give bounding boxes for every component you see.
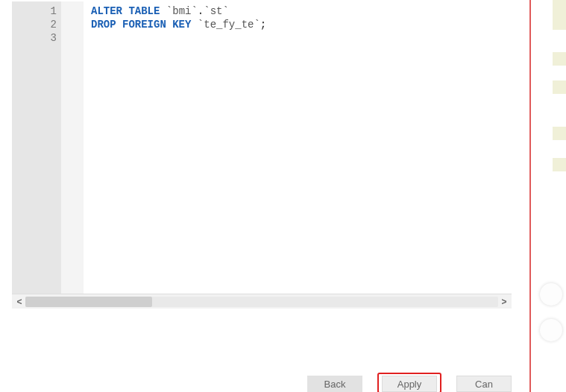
scroll-track[interactable] [25, 297, 498, 307]
editor-body: 123 ALTER TABLE `bmi`.`st`DROP FOREIGN K… [12, 1, 512, 294]
fold-strip [61, 1, 84, 294]
horizontal-scrollbar[interactable]: < > [12, 294, 512, 309]
line-number-gutter: 123 [12, 1, 61, 294]
line-number: 3 [12, 31, 61, 45]
decor-stripe [553, 80, 566, 94]
decor-stripe [553, 158, 566, 171]
dialog-panel: 123 ALTER TABLE `bmi`.`st`DROP FOREIGN K… [0, 0, 531, 392]
code-line: DROP FOREIGN KEY `te_fy_te`; [91, 18, 507, 31]
gutter-wrap: 123 [12, 1, 84, 294]
right-margin-decor [532, 0, 566, 392]
cancel-button[interactable]: Can [456, 376, 512, 392]
scroll-thumb[interactable] [25, 297, 152, 307]
line-number: 2 [12, 18, 61, 31]
apply-button-highlight-wrap: Apply [382, 376, 437, 392]
back-button[interactable]: Back [307, 376, 362, 392]
dialog-button-row: Back Apply Can [0, 365, 529, 392]
decor-stripe [553, 127, 566, 140]
decor-stripe [553, 0, 566, 30]
code-area[interactable]: ALTER TABLE `bmi`.`st`DROP FOREIGN KEY `… [84, 1, 512, 294]
code-line [91, 31, 507, 45]
scroll-left-arrow[interactable]: < [13, 297, 25, 307]
decor-circle [540, 283, 562, 306]
code-line: ALTER TABLE `bmi`.`st` [91, 4, 507, 18]
line-number: 1 [12, 4, 61, 18]
decor-circle [540, 319, 562, 341]
scroll-right-arrow[interactable]: > [498, 297, 510, 307]
apply-button[interactable]: Apply [382, 376, 437, 392]
decor-stripe [553, 52, 566, 66]
sql-editor: 123 ALTER TABLE `bmi`.`st`DROP FOREIGN K… [12, 1, 512, 314]
